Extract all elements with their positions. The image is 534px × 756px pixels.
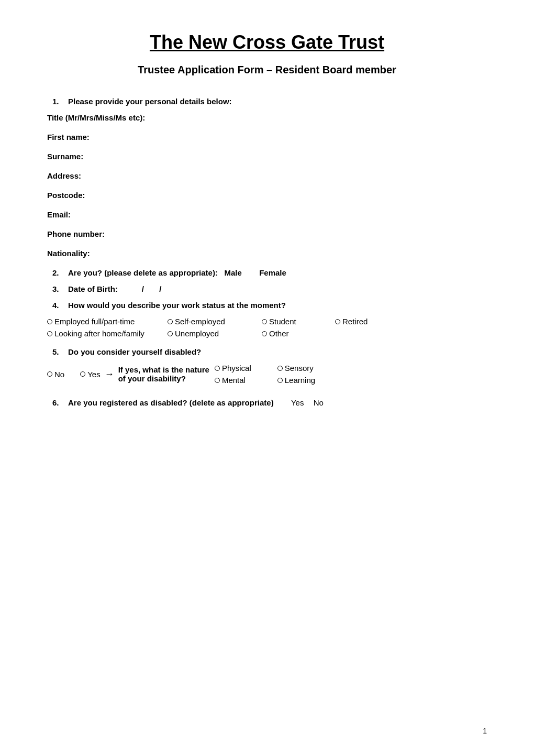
email-label: Email: xyxy=(47,210,487,219)
work-option-unemployed: Unemployed xyxy=(168,329,262,338)
first-name-label: First name: xyxy=(47,133,487,141)
mental-label: Mental xyxy=(222,376,246,385)
student-label: Student xyxy=(269,317,296,326)
home-label: Looking after home/family xyxy=(54,329,144,338)
nationality-field: Nationality: xyxy=(47,249,487,258)
radio-yes-disability xyxy=(80,371,85,377)
address-label: Address: xyxy=(47,171,487,180)
title-field: Title (Mr/Mrs/Miss/Ms etc): xyxy=(47,113,487,122)
dob-slash2: / xyxy=(159,284,161,293)
page-subtitle: Trustee Application Form – Resident Boar… xyxy=(47,64,487,76)
question-3: 3. Date of Birth: / / xyxy=(52,284,487,293)
physical-label: Physical xyxy=(222,364,251,372)
yes-disability-label: Yes xyxy=(87,370,100,379)
radio-learning xyxy=(277,378,283,383)
retired-label: Retired xyxy=(342,317,368,326)
nationality-label: Nationality: xyxy=(47,249,487,258)
radio-home xyxy=(47,331,52,336)
if-yes-label: If yes, what is the nature xyxy=(118,365,209,374)
work-option-home: Looking after home/family xyxy=(47,329,168,338)
page-title: The New Cross Gate Trust xyxy=(47,31,487,53)
question-5: 5. Do you consider yourself disabled? xyxy=(52,347,487,356)
q6-number: 6. xyxy=(52,398,68,407)
employed-label: Employed full/part-time xyxy=(54,317,135,326)
work-option-student: Student xyxy=(262,317,335,326)
question-2: 2. Are you? (please delete as appropriat… xyxy=(52,268,487,277)
radio-physical xyxy=(215,366,220,371)
self-employed-label: Self-employed xyxy=(175,317,225,326)
phone-label: Phone number: xyxy=(47,229,487,238)
q6-no: No xyxy=(314,398,324,407)
q6-text: Are you registered as disabled? (delete … xyxy=(68,398,324,407)
surname-field: Surname: xyxy=(47,152,487,161)
sensory-label: Sensory xyxy=(285,364,314,372)
q6-yes: Yes xyxy=(291,398,304,407)
dob-slash1: / xyxy=(142,284,144,293)
unemployed-label: Unemployed xyxy=(175,329,219,338)
work-status-options: Employed full/part-time Self-employed St… xyxy=(47,317,487,338)
first-name-field: First name: xyxy=(47,133,487,141)
radio-unemployed xyxy=(168,331,173,336)
radio-mental xyxy=(215,378,220,383)
email-field: Email: xyxy=(47,210,487,219)
radio-employed xyxy=(47,319,52,324)
q2-text: Are you? (please delete as appropriate):… xyxy=(68,268,286,277)
disability-physical-mental: Physical Mental xyxy=(215,364,251,385)
arrow-icon: → xyxy=(105,369,114,380)
q4-text: How would you describe your work status … xyxy=(68,301,286,310)
q5-number: 5. xyxy=(52,347,68,356)
q3-text: Date of Birth: / / xyxy=(68,284,161,293)
disability-options-row: No Yes → If yes, what is the nature of y… xyxy=(47,364,487,385)
title-label: Title (Mr/Mrs/Miss/Ms etc): xyxy=(47,113,487,122)
work-option-employed: Employed full/part-time xyxy=(47,317,168,326)
gender-male: Male xyxy=(224,268,241,277)
address-field: Address: xyxy=(47,171,487,180)
question-6: 6. Are you registered as disabled? (dele… xyxy=(52,398,487,407)
question-4: 4. How would you describe your work stat… xyxy=(52,301,487,310)
radio-student xyxy=(262,319,267,324)
of-disability-label: of your disability? xyxy=(118,374,186,383)
disability-nature-options: Physical Mental Sensory Learning xyxy=(215,364,326,385)
radio-no-disability xyxy=(47,371,52,377)
no-disability-label: No xyxy=(54,370,64,379)
gender-female: Female xyxy=(259,268,286,277)
q2-number: 2. xyxy=(52,268,68,277)
q5-text: Do you consider yourself disabled? xyxy=(68,347,201,356)
work-option-self-employed: Self-employed xyxy=(168,317,262,326)
work-option-other: Other xyxy=(262,329,335,338)
page-number: 1 xyxy=(483,727,487,735)
radio-retired xyxy=(335,319,340,324)
question-1: 1. Please provide your personal details … xyxy=(52,97,487,106)
phone-field: Phone number: xyxy=(47,229,487,238)
q1-text: Please provide your personal details bel… xyxy=(68,97,232,106)
radio-self-employed xyxy=(168,319,173,324)
q3-number: 3. xyxy=(52,284,68,293)
work-option-retired: Retired xyxy=(335,317,398,326)
q4-number: 4. xyxy=(52,301,68,310)
other-label: Other xyxy=(269,329,289,338)
learning-label: Learning xyxy=(285,376,315,385)
postcode-field: Postcode: xyxy=(47,191,487,200)
postcode-label: Postcode: xyxy=(47,191,487,200)
disability-sensory-learning: Sensory Learning xyxy=(277,364,315,385)
q1-number: 1. xyxy=(52,97,68,106)
radio-sensory xyxy=(277,366,283,371)
surname-label: Surname: xyxy=(47,152,487,161)
radio-other xyxy=(262,331,267,336)
